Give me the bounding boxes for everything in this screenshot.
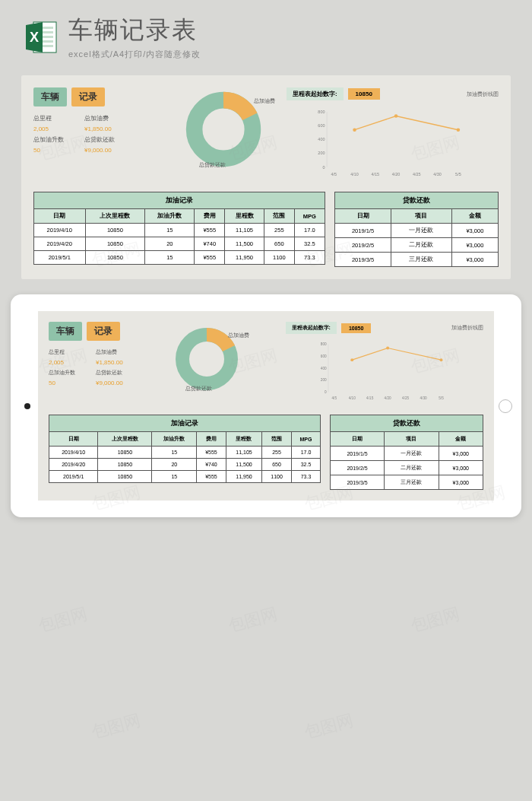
svg-text:0: 0 xyxy=(322,165,325,170)
table-row: 2019/2/5二月还款¥3,000 xyxy=(335,238,499,253)
stat-mileage-label: 总里程 xyxy=(33,114,74,122)
svg-text:4/20: 4/20 xyxy=(384,396,391,400)
tag-record: 记录 xyxy=(87,322,120,341)
table-row: 2019/5/11085015¥55511,950110073.3 xyxy=(34,251,325,265)
table-row: 2019/4/201085020¥74011,50065032.5 xyxy=(34,237,325,251)
fuel-table: 日期 上次里程数 加油升数 费用 里程数 范围 MPG 2019/4/10108… xyxy=(33,208,325,265)
excel-icon: X xyxy=(23,19,59,56)
odometer-label: 里程表起始数字: xyxy=(287,87,344,100)
svg-text:4/5: 4/5 xyxy=(331,172,337,176)
svg-text:5/5: 5/5 xyxy=(439,396,444,400)
tablet-camera-icon xyxy=(24,403,30,409)
table-header-row: 日期 项目 金额 xyxy=(335,209,499,224)
stat-liters-value: 50 xyxy=(33,147,74,154)
svg-text:800: 800 xyxy=(320,342,326,346)
line-chart: 0200 400600 800 4/54/10 4/154/20 4/254/3… xyxy=(286,339,483,404)
odometer-value: 10850 xyxy=(348,88,380,100)
linechart-title: 加油费折线图 xyxy=(467,91,499,98)
svg-text:600: 600 xyxy=(320,354,326,358)
svg-text:4/30: 4/30 xyxy=(433,172,442,176)
svg-text:0: 0 xyxy=(325,390,327,394)
donut-chart: 总加油费 总贷款还款 xyxy=(178,84,269,175)
page-header: X 车辆记录表 excel格式/A4打印/内容随意修改 xyxy=(0,0,532,69)
fuel-table-title: 加油记录 xyxy=(33,192,325,208)
stat-liters-label: 总加油升数 xyxy=(33,135,74,144)
svg-point-38 xyxy=(350,358,353,361)
svg-text:4/10: 4/10 xyxy=(348,396,356,400)
loan-table: 日期 项目 金额 2019/1/5一月还款¥3,000 2019/2/5二月还款… xyxy=(334,208,499,267)
svg-point-23 xyxy=(457,128,461,132)
tag-record: 记录 xyxy=(71,87,105,106)
tag-vehicle: 车辆 xyxy=(49,322,82,341)
fuel-table: 日期上次里程数加油升数费用里程数范围MPG 2019/4/101085015¥5… xyxy=(49,431,321,483)
tag-vehicle: 车辆 xyxy=(33,87,67,106)
svg-text:4/15: 4/15 xyxy=(366,396,374,400)
svg-text:800: 800 xyxy=(318,110,325,114)
tablet-home-button-icon xyxy=(499,399,512,413)
donut-label-loan: 总贷款还款 xyxy=(199,161,226,169)
svg-point-21 xyxy=(353,128,356,132)
table-row: 2019/4/101085015¥55511,10525517.0 xyxy=(34,224,325,237)
svg-text:200: 200 xyxy=(318,151,325,155)
table-row: 2019/3/5三月还款¥3,000 xyxy=(335,253,499,267)
svg-text:4/5: 4/5 xyxy=(331,396,337,400)
svg-text:4/10: 4/10 xyxy=(350,172,359,176)
donut-chart: 总加油费 总贷款还款 xyxy=(169,321,245,397)
loan-table-title: 贷款还款 xyxy=(334,192,499,208)
page-title: 车辆记录表 xyxy=(68,14,509,47)
svg-point-22 xyxy=(394,114,398,118)
svg-text:400: 400 xyxy=(318,137,325,141)
page-subtitle: excel格式/A4打印/内容随意修改 xyxy=(68,49,509,60)
preview-card-tablet: 车辆 记录 总里程 总加油费 2,005 ¥1,850.00 总加油升数 总贷款… xyxy=(11,294,521,517)
donut-label-fuel: 总加油费 xyxy=(254,97,275,105)
stat-fuelcost-label: 总加油费 xyxy=(84,114,125,122)
stat-loan-value: ¥9,000.00 xyxy=(84,147,125,154)
svg-text:400: 400 xyxy=(320,367,326,370)
stat-fuelcost-value: ¥1,850.00 xyxy=(84,126,125,132)
svg-text:4/25: 4/25 xyxy=(402,396,410,400)
svg-point-40 xyxy=(439,358,442,361)
preview-card-sheet: 车辆 记录 总里程 总加油费 2,005 ¥1,850.00 总加油升数 总贷款… xyxy=(21,75,511,279)
svg-text:4/30: 4/30 xyxy=(420,396,427,400)
svg-text:600: 600 xyxy=(318,123,325,128)
svg-text:4/25: 4/25 xyxy=(413,172,421,176)
stat-loan-label: 总贷款还款 xyxy=(84,135,125,144)
stat-mileage-value: 2,005 xyxy=(33,126,74,132)
loan-table: 日期项目金额 2019/1/5一月还款¥3,000 2019/2/5二月还款¥3… xyxy=(330,431,483,490)
svg-text:4/20: 4/20 xyxy=(392,172,401,176)
svg-text:200: 200 xyxy=(320,378,326,382)
svg-text:X: X xyxy=(30,30,39,45)
table-header-row: 日期 上次里程数 加油升数 费用 里程数 范围 MPG xyxy=(34,209,325,224)
line-chart: 0200 400600 800 4/54/10 4/154/20 4/254/3… xyxy=(287,105,499,181)
svg-point-39 xyxy=(386,347,389,350)
svg-text:5/5: 5/5 xyxy=(455,172,461,176)
table-row: 2019/1/5一月还款¥3,000 xyxy=(335,224,499,238)
svg-text:4/15: 4/15 xyxy=(371,172,379,176)
